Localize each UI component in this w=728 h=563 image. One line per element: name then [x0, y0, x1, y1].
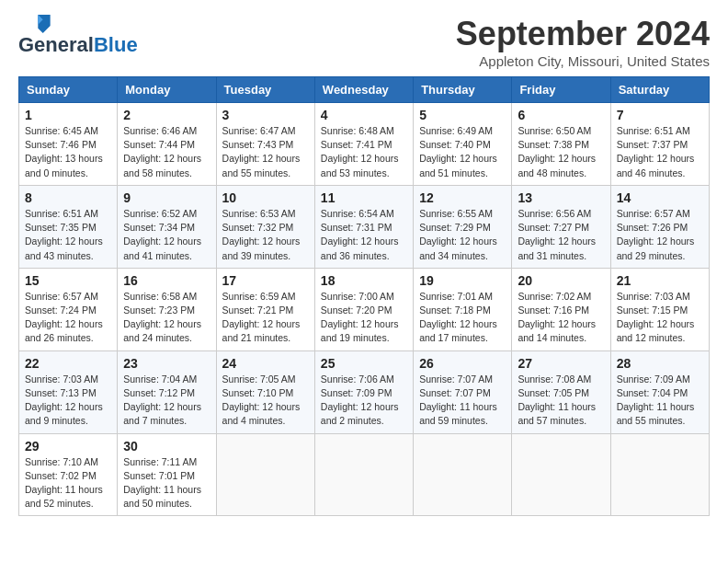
calendar-cell: 29Sunrise: 7:10 AM Sunset: 7:02 PM Dayli…: [19, 433, 118, 516]
calendar-cell: 11Sunrise: 6:54 AM Sunset: 7:31 PM Dayli…: [314, 185, 413, 268]
day-info: Sunrise: 6:51 AM Sunset: 7:35 PM Dayligh…: [25, 207, 111, 263]
calendar-day-header: Monday: [118, 77, 216, 103]
day-number: 17: [222, 273, 309, 288]
calendar-day-header: Tuesday: [216, 77, 314, 103]
day-info: Sunrise: 6:56 AM Sunset: 7:27 PM Dayligh…: [518, 207, 604, 263]
day-number: 21: [617, 273, 703, 288]
calendar-cell: 7Sunrise: 6:51 AM Sunset: 7:37 PM Daylig…: [610, 103, 709, 186]
day-number: 13: [518, 190, 604, 205]
day-info: Sunrise: 6:48 AM Sunset: 7:41 PM Dayligh…: [321, 124, 407, 180]
calendar-day-header: Saturday: [610, 77, 709, 103]
calendar-cell: 15Sunrise: 6:57 AM Sunset: 7:24 PM Dayli…: [19, 268, 118, 350]
calendar-cell: 8Sunrise: 6:51 AM Sunset: 7:35 PM Daylig…: [19, 185, 118, 268]
calendar-cell: 30Sunrise: 7:11 AM Sunset: 7:01 PM Dayli…: [118, 433, 216, 516]
calendar-cell: 2Sunrise: 6:46 AM Sunset: 7:44 PM Daylig…: [118, 103, 216, 186]
day-info: Sunrise: 6:55 AM Sunset: 7:29 PM Dayligh…: [419, 207, 506, 263]
calendar-cell: 19Sunrise: 7:01 AM Sunset: 7:18 PM Dayli…: [414, 268, 512, 350]
calendar-week-row: 29Sunrise: 7:10 AM Sunset: 7:02 PM Dayli…: [19, 433, 710, 516]
calendar-cell: 24Sunrise: 7:05 AM Sunset: 7:10 PM Dayli…: [216, 350, 314, 433]
day-info: Sunrise: 6:47 AM Sunset: 7:43 PM Dayligh…: [222, 124, 309, 180]
calendar-cell: 1Sunrise: 6:45 AM Sunset: 7:46 PM Daylig…: [19, 103, 118, 186]
calendar-week-row: 22Sunrise: 7:03 AM Sunset: 7:13 PM Dayli…: [19, 350, 710, 433]
day-number: 11: [321, 190, 407, 205]
calendar-cell: 28Sunrise: 7:09 AM Sunset: 7:04 PM Dayli…: [610, 350, 709, 433]
calendar-cell: 22Sunrise: 7:03 AM Sunset: 7:13 PM Dayli…: [19, 350, 118, 433]
day-info: Sunrise: 7:08 AM Sunset: 7:05 PM Dayligh…: [518, 373, 604, 429]
day-number: 20: [518, 273, 604, 288]
day-number: 29: [25, 439, 111, 454]
day-number: 19: [419, 273, 506, 288]
day-info: Sunrise: 6:54 AM Sunset: 7:31 PM Dayligh…: [321, 207, 407, 263]
location-title: Appleton City, Missouri, United States: [456, 53, 710, 69]
day-number: 7: [617, 108, 703, 122]
calendar-table: SundayMondayTuesdayWednesdayThursdayFrid…: [18, 76, 710, 516]
calendar-body: 1Sunrise: 6:45 AM Sunset: 7:46 PM Daylig…: [19, 103, 710, 516]
day-info: Sunrise: 6:57 AM Sunset: 7:24 PM Dayligh…: [25, 290, 111, 346]
calendar-cell: 4Sunrise: 6:48 AM Sunset: 7:41 PM Daylig…: [314, 103, 413, 186]
day-info: Sunrise: 7:01 AM Sunset: 7:18 PM Dayligh…: [419, 290, 506, 346]
day-info: Sunrise: 7:10 AM Sunset: 7:02 PM Dayligh…: [25, 455, 111, 511]
logo-icon: [18, 15, 51, 33]
calendar-week-row: 8Sunrise: 6:51 AM Sunset: 7:35 PM Daylig…: [19, 185, 710, 268]
day-info: Sunrise: 6:59 AM Sunset: 7:21 PM Dayligh…: [222, 290, 309, 346]
day-info: Sunrise: 6:49 AM Sunset: 7:40 PM Dayligh…: [419, 124, 506, 180]
calendar-cell: [610, 433, 709, 516]
day-number: 2: [123, 108, 210, 122]
day-info: Sunrise: 6:53 AM Sunset: 7:32 PM Dayligh…: [222, 207, 309, 263]
calendar-day-header: Thursday: [414, 77, 512, 103]
day-number: 9: [123, 190, 210, 205]
day-info: Sunrise: 6:45 AM Sunset: 7:46 PM Dayligh…: [25, 124, 111, 180]
calendar-cell: 18Sunrise: 7:00 AM Sunset: 7:20 PM Dayli…: [314, 268, 413, 350]
day-info: Sunrise: 7:03 AM Sunset: 7:13 PM Dayligh…: [25, 373, 111, 429]
day-info: Sunrise: 6:46 AM Sunset: 7:44 PM Dayligh…: [123, 124, 210, 180]
day-info: Sunrise: 6:51 AM Sunset: 7:37 PM Dayligh…: [617, 124, 703, 180]
day-info: Sunrise: 7:06 AM Sunset: 7:09 PM Dayligh…: [321, 373, 407, 429]
calendar-cell: [314, 433, 413, 516]
day-info: Sunrise: 7:04 AM Sunset: 7:12 PM Dayligh…: [123, 373, 210, 429]
calendar-cell: 9Sunrise: 6:52 AM Sunset: 7:34 PM Daylig…: [118, 185, 216, 268]
day-number: 30: [123, 439, 210, 454]
calendar-cell: 23Sunrise: 7:04 AM Sunset: 7:12 PM Dayli…: [118, 350, 216, 433]
calendar-week-row: 1Sunrise: 6:45 AM Sunset: 7:46 PM Daylig…: [19, 103, 710, 186]
day-number: 16: [123, 273, 210, 288]
logo-text: GeneralBlue: [18, 35, 138, 55]
calendar-cell: 14Sunrise: 6:57 AM Sunset: 7:26 PM Dayli…: [610, 185, 709, 268]
logo: GeneralBlue: [18, 15, 138, 55]
calendar-cell: [414, 433, 512, 516]
day-number: 6: [518, 108, 604, 122]
calendar-cell: 3Sunrise: 6:47 AM Sunset: 7:43 PM Daylig…: [216, 103, 314, 186]
calendar-cell: 5Sunrise: 6:49 AM Sunset: 7:40 PM Daylig…: [414, 103, 512, 186]
day-number: 18: [321, 273, 407, 288]
day-number: 10: [222, 190, 309, 205]
day-number: 26: [419, 356, 506, 371]
calendar-week-row: 15Sunrise: 6:57 AM Sunset: 7:24 PM Dayli…: [19, 268, 710, 350]
calendar-cell: 16Sunrise: 6:58 AM Sunset: 7:23 PM Dayli…: [118, 268, 216, 350]
day-number: 27: [518, 356, 604, 371]
calendar-cell: 20Sunrise: 7:02 AM Sunset: 7:16 PM Dayli…: [512, 268, 610, 350]
calendar-cell: 6Sunrise: 6:50 AM Sunset: 7:38 PM Daylig…: [512, 103, 610, 186]
calendar-cell: 12Sunrise: 6:55 AM Sunset: 7:29 PM Dayli…: [414, 185, 512, 268]
day-info: Sunrise: 7:05 AM Sunset: 7:10 PM Dayligh…: [222, 373, 309, 429]
day-number: 8: [25, 190, 111, 205]
title-area: September 2024 Appleton City, Missouri, …: [456, 15, 710, 69]
calendar-cell: [216, 433, 314, 516]
day-info: Sunrise: 7:00 AM Sunset: 7:20 PM Dayligh…: [321, 290, 407, 346]
day-number: 4: [321, 108, 407, 122]
day-info: Sunrise: 7:03 AM Sunset: 7:15 PM Dayligh…: [617, 290, 703, 346]
calendar-cell: 10Sunrise: 6:53 AM Sunset: 7:32 PM Dayli…: [216, 185, 314, 268]
calendar-day-header: Sunday: [19, 77, 118, 103]
calendar-cell: [512, 433, 610, 516]
day-info: Sunrise: 7:02 AM Sunset: 7:16 PM Dayligh…: [518, 290, 604, 346]
day-number: 12: [419, 190, 506, 205]
day-info: Sunrise: 6:57 AM Sunset: 7:26 PM Dayligh…: [617, 207, 703, 263]
day-number: 25: [321, 356, 407, 371]
day-info: Sunrise: 6:58 AM Sunset: 7:23 PM Dayligh…: [123, 290, 210, 346]
calendar-day-header: Wednesday: [314, 77, 413, 103]
day-info: Sunrise: 6:52 AM Sunset: 7:34 PM Dayligh…: [123, 207, 210, 263]
day-number: 15: [25, 273, 111, 288]
month-title: September 2024: [456, 15, 710, 53]
day-number: 22: [25, 356, 111, 371]
day-number: 23: [123, 356, 210, 371]
day-info: Sunrise: 6:50 AM Sunset: 7:38 PM Dayligh…: [518, 124, 604, 180]
calendar-cell: 17Sunrise: 6:59 AM Sunset: 7:21 PM Dayli…: [216, 268, 314, 350]
